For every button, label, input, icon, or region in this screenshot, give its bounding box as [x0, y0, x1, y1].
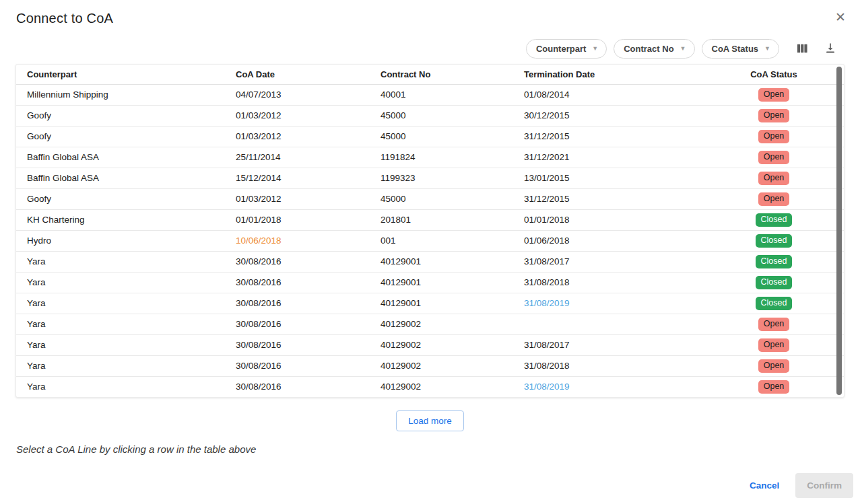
chevron-down-icon: ▼ [680, 45, 686, 52]
scrollbar[interactable] [836, 67, 842, 395]
cell: 40129002 [370, 355, 513, 376]
cell [513, 314, 717, 334]
table-row[interactable]: KH Chartering01/01/201820180101/01/2018C… [16, 209, 844, 230]
status-badge: Closed [756, 276, 793, 289]
status-badge: Closed [756, 255, 793, 268]
view-columns-icon[interactable] [794, 40, 810, 57]
hint-text: Select a CoA Line by clicking a row in t… [16, 443, 860, 455]
filter-toolbar: Counterpart ▼ Contract No ▼ CoA Status ▼ [0, 38, 860, 59]
cell: Hydro [16, 230, 225, 251]
cell: 45000 [370, 105, 513, 126]
table-row[interactable]: Yara30/08/20164012900131/08/2017Closed [16, 251, 844, 272]
table-row[interactable]: Yara30/08/201640129002Open [16, 314, 844, 334]
cell: 25/11/2014 [225, 147, 370, 168]
table-row[interactable]: Yara30/08/20164012900231/08/2017Open [16, 334, 844, 355]
cell: 001 [370, 230, 513, 251]
cell: KH Chartering [16, 209, 225, 230]
cell: Closed [717, 293, 844, 314]
cell: 1199323 [370, 168, 513, 188]
cell: Baffin Global ASA [16, 168, 225, 188]
cell: Open [717, 355, 844, 376]
column-header-coa-status: CoA Status [717, 65, 844, 84]
confirm-button[interactable]: Confirm [795, 473, 853, 498]
cell: Goofy [16, 105, 225, 126]
column-header-coa-date: CoA Date [225, 65, 370, 84]
table-row[interactable]: Yara30/08/20164012900231/08/2018Open [16, 355, 844, 376]
cell: 01/06/2018 [513, 230, 717, 251]
cell: Goofy [16, 188, 225, 209]
cell: Open [717, 168, 844, 188]
status-badge: Open [758, 359, 790, 373]
cancel-button[interactable]: Cancel [739, 474, 790, 497]
cell: Yara [16, 334, 225, 355]
cell: Open [717, 376, 844, 397]
filter-chip-coa-status[interactable]: CoA Status ▼ [702, 39, 780, 59]
cell: 01/03/2012 [225, 188, 370, 209]
cell: 31/12/2015 [513, 188, 717, 209]
connect-to-coa-dialog: Connect to CoA ✕ Counterpart ▼ Contract … [0, 0, 860, 504]
status-badge: Closed [756, 234, 793, 248]
status-badge: Open [758, 109, 790, 122]
status-badge: Open [758, 130, 790, 143]
cell: 30/08/2016 [225, 251, 370, 272]
load-more-button[interactable]: Load more [396, 410, 464, 431]
column-header-counterpart: Counterpart [16, 65, 225, 84]
cell: 45000 [370, 126, 513, 147]
cell: 40129001 [370, 293, 513, 314]
status-badge: Open [758, 338, 790, 352]
cell: Open [717, 188, 844, 209]
cell: Yara [16, 355, 225, 376]
cell: Yara [16, 293, 225, 314]
cell: 01/03/2012 [225, 105, 370, 126]
cell: 01/01/2018 [225, 209, 370, 230]
cell: Yara [16, 251, 225, 272]
cell: Yara [16, 314, 225, 334]
load-more-container: Load more [0, 410, 860, 431]
page-title: Connect to CoA [16, 11, 844, 26]
cell: 40129001 [370, 272, 513, 293]
table-row[interactable]: Goofy01/03/20124500030/12/2015Open [16, 105, 844, 126]
cell: 31/08/2017 [513, 251, 717, 272]
cell: 30/08/2016 [225, 334, 370, 355]
status-badge: Open [758, 172, 790, 185]
table-row[interactable]: Yara30/08/20164012900231/08/2019Open [16, 376, 844, 397]
status-badge: Open [758, 318, 790, 331]
cell: Yara [16, 272, 225, 293]
cell: 201801 [370, 209, 513, 230]
dialog-actions: Cancel Confirm [0, 473, 860, 498]
filter-chip-label: CoA Status [712, 44, 759, 54]
table-row[interactable]: Goofy01/03/20124500031/12/2015Open [16, 188, 844, 209]
cell: Open [717, 314, 844, 334]
table-row[interactable]: Hydro10/06/201800101/06/2018Closed [16, 230, 844, 251]
cell: 31/08/2018 [513, 272, 717, 293]
cell: Open [717, 105, 844, 126]
cell: 04/07/2013 [225, 84, 370, 105]
cell: Baffin Global ASA [16, 147, 225, 168]
chevron-down-icon: ▼ [764, 45, 770, 52]
close-icon[interactable]: ✕ [832, 9, 849, 26]
dialog-header: Connect to CoA ✕ [0, 0, 860, 26]
table-row[interactable]: Baffin Global ASA15/12/2014119932313/01/… [16, 168, 844, 188]
table-row[interactable]: Yara30/08/20164012900131/08/2018Closed [16, 272, 844, 293]
cell: Open [717, 334, 844, 355]
cell: 40129001 [370, 251, 513, 272]
table-header: Counterpart CoA Date Contract No Termina… [16, 65, 844, 84]
cell: 31/08/2019 [513, 293, 717, 314]
cell: Millennium Shipping [16, 84, 225, 105]
cell: 40129002 [370, 314, 513, 334]
filter-chip-contract-no[interactable]: Contract No ▼ [614, 39, 694, 59]
table-row[interactable]: Goofy01/03/20124500031/12/2015Open [16, 126, 844, 147]
table-row[interactable]: Baffin Global ASA25/11/2014119182431/12/… [16, 147, 844, 168]
download-icon[interactable] [822, 40, 838, 57]
cell: 31/08/2019 [513, 376, 717, 397]
cell: 01/08/2014 [513, 84, 717, 105]
coa-table: Counterpart CoA Date Contract No Termina… [15, 64, 845, 398]
table-row[interactable]: Millennium Shipping04/07/20134000101/08/… [16, 84, 844, 105]
status-badge: Open [758, 380, 790, 394]
cell: 10/06/2018 [225, 230, 370, 251]
cell: 45000 [370, 188, 513, 209]
filter-chip-counterpart[interactable]: Counterpart ▼ [526, 39, 607, 59]
cell: 31/12/2015 [513, 126, 717, 147]
filter-chip-label: Contract No [624, 44, 673, 54]
table-row[interactable]: Yara30/08/20164012900131/08/2019Closed [16, 293, 844, 314]
